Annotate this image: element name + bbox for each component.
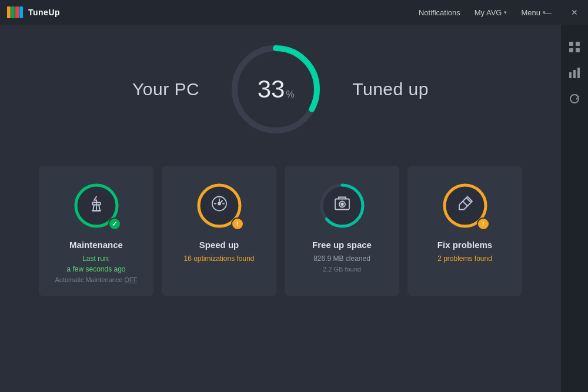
- svg-line-24: [463, 202, 467, 206]
- fix-problems-icon: [456, 195, 475, 217]
- svg-rect-1: [576, 42, 580, 46]
- svg-point-15: [218, 203, 220, 205]
- svg-rect-6: [577, 68, 580, 78]
- my-avg-nav[interactable]: My AVG ▾: [475, 8, 507, 17]
- speed-up-icon-wrap: !: [196, 182, 243, 229]
- speed-up-card[interactable]: ! Speed up 16 optimizations found: [162, 166, 276, 296]
- free-space-extra: 2.2 GB found: [323, 266, 361, 273]
- maintenance-subtitle-green: Last run:: [82, 253, 110, 264]
- grid-icon[interactable]: [564, 36, 585, 58]
- maintenance-card[interactable]: ✓ Maintenance Last run: a few seconds ag…: [39, 166, 153, 296]
- minimize-button[interactable]: —: [534, 0, 561, 25]
- speed-up-icon: [210, 195, 229, 217]
- avg-logo: [7, 6, 24, 18]
- maintenance-extra: Automatic Maintenance OFF: [55, 276, 137, 283]
- speed-up-badge: !: [231, 217, 244, 230]
- refresh-icon[interactable]: [564, 88, 585, 109]
- svg-point-20: [341, 203, 343, 206]
- my-avg-chevron: ▾: [504, 9, 507, 15]
- svg-rect-3: [576, 48, 580, 52]
- header-nav: Notifications My AVG ▾ Menu ▾: [419, 8, 546, 17]
- app-title: TuneUp: [28, 8, 60, 17]
- window-controls: — ✕: [534, 0, 588, 25]
- notifications-nav[interactable]: Notifications: [419, 8, 460, 17]
- speed-up-subtitle: 16 optimizations found: [183, 253, 254, 264]
- maintenance-icon: [87, 195, 106, 217]
- fix-problems-subtitle: 2 problems found: [437, 253, 492, 264]
- svg-rect-0: [569, 42, 573, 46]
- svg-rect-5: [573, 70, 576, 78]
- gauge-value: 33 %: [258, 75, 295, 103]
- maintenance-title: Maintenance: [69, 240, 123, 250]
- gauge-label-right: Tuned up: [352, 79, 429, 99]
- free-space-icon-wrap: [319, 182, 366, 229]
- free-space-subtitle: 826.9 MB cleaned: [313, 253, 370, 264]
- fix-problems-title: Fix problems: [437, 240, 492, 250]
- logo-area: TuneUp: [7, 6, 60, 18]
- fix-problems-badge: !: [477, 217, 490, 230]
- speed-up-title: Speed up: [199, 240, 239, 250]
- free-space-card[interactable]: Free up space 826.9 MB cleaned 2.2 GB fo…: [285, 166, 399, 296]
- gauge-area: Your PC 33 % Tuned up: [132, 42, 429, 136]
- fix-problems-icon-wrap: !: [442, 182, 489, 229]
- close-button[interactable]: ✕: [561, 0, 588, 25]
- main-content: Your PC 33 % Tuned up: [0, 25, 561, 392]
- fix-problems-card[interactable]: ! Fix problems 2 problems found: [407, 166, 522, 296]
- header: TuneUp Notifications My AVG ▾ Menu ▾ — ✕: [0, 0, 588, 25]
- gauge-container: 33 %: [229, 42, 323, 136]
- svg-rect-2: [569, 48, 573, 52]
- svg-rect-4: [569, 72, 572, 78]
- cards-row: ✓ Maintenance Last run: a few seconds ag…: [0, 166, 561, 296]
- bar-chart-icon[interactable]: [564, 62, 585, 83]
- sidebar-right: [561, 25, 588, 392]
- maintenance-icon-wrap: ✓: [73, 182, 120, 229]
- maintenance-time: a few seconds ago: [66, 264, 125, 274]
- maintenance-link[interactable]: OFF: [125, 276, 138, 283]
- free-space-icon: [333, 195, 352, 217]
- free-space-title: Free up space: [312, 240, 372, 250]
- maintenance-badge: ✓: [108, 217, 121, 230]
- gauge-label-left: Your PC: [132, 79, 199, 99]
